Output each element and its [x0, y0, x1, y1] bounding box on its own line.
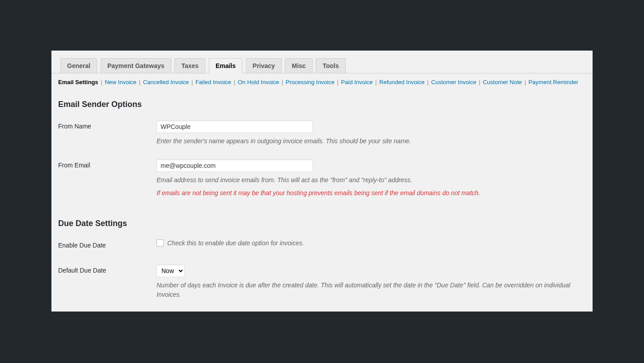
tab-payment-gateways[interactable]: Payment Gateways — [101, 58, 171, 73]
subnav-customer-invoice[interactable]: Customer Invoice — [431, 79, 476, 85]
subnav-paid-invoice[interactable]: Paid Invoice — [341, 79, 373, 85]
section-due-date-heading: Due Date Settings — [58, 219, 586, 228]
from-email-input[interactable] — [157, 159, 313, 172]
from-email-warning: If emails are not being sent it may be t… — [157, 188, 581, 198]
sub-nav: Email Settings | New Invoice | Cancelled… — [51, 73, 593, 85]
enable-due-date-desc: Check this to enable due date option for… — [167, 239, 304, 247]
label-from-email: From Email — [58, 153, 157, 205]
from-name-input[interactable] — [157, 120, 313, 133]
default-due-date-select[interactable]: Now — [157, 265, 185, 277]
label-from-name: From Name — [58, 114, 157, 153]
section-email-sender-heading: Email Sender Options — [58, 100, 586, 109]
from-name-desc: Enter the sender's name appears in outgo… — [157, 137, 581, 146]
tab-privacy[interactable]: Privacy — [246, 58, 282, 73]
subnav-on-hold-invoice[interactable]: On Hold Invoice — [238, 79, 280, 85]
subnav-failed-invoice[interactable]: Failed Invoice — [195, 79, 231, 85]
tab-tools[interactable]: Tools — [316, 58, 345, 73]
tab-misc[interactable]: Misc — [285, 58, 312, 73]
subnav-processing-invoice[interactable]: Processing Invoice — [286, 79, 335, 85]
subnav-customer-note[interactable]: Customer Note — [483, 79, 522, 85]
tab-emails[interactable]: Emails — [209, 58, 242, 73]
label-default-due-date: Default Due Date — [58, 258, 157, 306]
enable-due-date-checkbox[interactable] — [157, 239, 164, 247]
label-enable-due-date: Enable Due Date — [58, 233, 157, 258]
subnav-new-invoice[interactable]: New Invoice — [105, 79, 136, 85]
tab-taxes[interactable]: Taxes — [174, 58, 205, 73]
default-due-date-desc: Number of days each Invoice is due after… — [157, 281, 581, 299]
subnav-email-settings[interactable]: Email Settings — [58, 79, 98, 85]
nav-tabs: General Payment Gateways Taxes Emails Pr… — [51, 51, 593, 73]
settings-panel: General Payment Gateways Taxes Emails Pr… — [51, 51, 593, 312]
from-email-desc: Email address to send invoice emails fro… — [157, 175, 581, 185]
tab-general[interactable]: General — [60, 58, 97, 73]
subnav-cancelled-invoice[interactable]: Cancelled Invoice — [143, 79, 189, 85]
subnav-payment-reminder[interactable]: Payment Reminder — [529, 79, 578, 85]
subnav-refunded-invoice[interactable]: Refunded Invoice — [379, 79, 424, 85]
